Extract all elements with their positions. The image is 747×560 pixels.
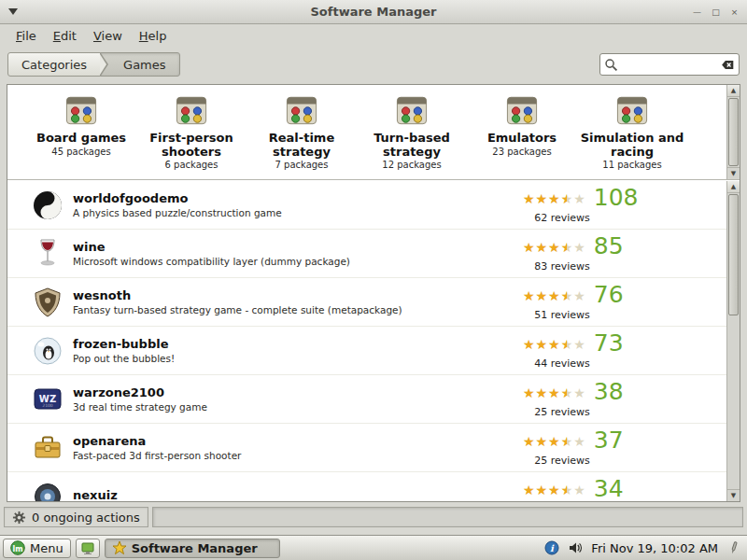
category-name: Turn-based strategy [357,132,467,159]
svg-text:lm: lm [12,545,22,553]
menu-item-edit[interactable]: Edit [45,26,85,46]
wine-glass-icon [32,238,63,270]
category-package-count: 23 packages [467,147,577,157]
star-rating-icon: ★★★★★ ★★★★★ [523,386,586,399]
taskbar-window-button[interactable]: Software Manager [105,539,280,558]
category-package-count: 7 packages [247,160,357,170]
category-list: Board games 45 packages First-person sho… [7,85,740,170]
scroll-up-icon[interactable]: ▲ [727,181,740,193]
star-rating-icon: ★★★★★ ★★★★★ [523,483,586,497]
category-package-count: 11 packages [577,160,687,170]
package-name: warzone2100 [73,385,207,399]
package-rating: ★★★★★ ★★★★★ 34 [523,477,624,501]
package-text: frozen-bubble Pop out the bubbles! [73,337,175,364]
package-text: wesnoth Fantasy turn-based strategy game… [73,288,402,315]
package-name: worldofgoodemo [73,191,282,205]
scrollbar-thumb[interactable] [728,194,739,315]
breadcrumb-categories[interactable]: Categories [7,52,101,77]
package-rating: ★★★★★ ★★★★★ 76 51 reviews [523,283,624,321]
package-score: 85 [594,234,624,258]
category-name: Real-time strategy [247,132,357,159]
maximize-button[interactable]: □ [708,5,724,19]
menu-button[interactable]: lm Menu [3,539,71,558]
taskbar: lm Menu Software Manager i Fri Nov 19, 1… [0,535,747,560]
info-tray-icon[interactable]: i [544,540,559,555]
category-tile-simulation-and-racing[interactable]: Simulation and racing 11 packages [577,90,687,170]
package-description: Pop out the bubbles! [73,353,175,364]
category-package-count: 6 packages [136,160,247,170]
package-rating: ★★★★★ ★★★★★ 108 62 reviews [523,186,638,224]
package-review-count: 44 reviews [523,357,601,370]
star-rating-icon: ★★★★★ ★★★★★ [523,241,586,254]
category-tile-emulators[interactable]: Emulators 23 packages [467,90,577,170]
star-rating-icon: ★★★★★ ★★★★★ [523,435,586,448]
package-rating: ★★★★★ ★★★★★ 37 25 reviews [523,428,624,467]
package-description: Fast-paced 3d first-person shooter [73,450,241,461]
package-name: wesnoth [73,288,402,302]
volume-icon[interactable] [568,540,583,555]
games-category-icon [391,90,432,131]
package-rating: ★★★★★ ★★★★★ 85 83 reviews [523,234,624,273]
package-name: wine [73,240,350,254]
scrollbar-thumb[interactable] [728,98,739,166]
category-scrollbar[interactable]: ▲ ▼ [726,85,740,179]
category-package-count: 45 packages [26,147,136,157]
search-icon [604,58,618,72]
show-desktop-button[interactable] [76,539,100,558]
scroll-down-icon[interactable]: ▼ [727,167,740,179]
main-panel: Board games 45 packages First-person sho… [7,84,740,502]
breadcrumb: CategoriesGames [7,52,180,77]
package-review-count: 51 reviews [523,309,601,321]
package-row-warzone2100[interactable]: WZ2100 warzone2100 3d real time strategy… [7,375,726,424]
package-row-nexuiz[interactable]: nexuiz ★★★★★ ★★★★★ 34 [7,472,726,501]
category-tile-first-person-shooters[interactable]: First-person shooters 6 packages [136,90,247,170]
software-manager-app-icon [112,540,127,555]
search-box[interactable] [599,53,740,76]
minimize-button[interactable]: — [689,5,705,19]
menu-item-file[interactable]: File [7,26,45,46]
games-category-icon [281,90,322,131]
package-rating: ★★★★★ ★★★★★ 73 44 reviews [523,331,624,370]
breadcrumb-games[interactable]: Games [100,52,179,77]
package-score: 108 [594,186,639,209]
ongoing-actions-label: 0 ongoing actions [32,511,140,525]
package-scrollbar[interactable]: ▲ ▼ [726,181,740,501]
package-review-count: 62 reviews [523,212,601,224]
window-menu-icon[interactable] [8,8,18,15]
package-review-count: 25 reviews [523,406,601,418]
shield-icon [32,287,63,318]
clear-search-icon[interactable] [721,58,735,72]
warzone-logo-icon: WZ2100 [32,384,63,415]
package-score: 37 [594,428,624,452]
statusbar: 0 ongoing actions [0,504,747,530]
stylus-tray-icon[interactable] [726,540,741,555]
search-input[interactable] [621,58,718,71]
titlebar[interactable]: Software Manager — □ × [0,0,747,24]
taskbar-window-label: Software Manager [132,541,258,555]
clock[interactable]: Fri Nov 19, 10:02 AM [591,541,718,555]
category-pane: Board games 45 packages First-person sho… [7,85,740,180]
package-name: frozen-bubble [73,337,175,351]
scroll-up-icon[interactable]: ▲ [727,85,740,97]
scroll-down-icon[interactable]: ▼ [727,489,740,501]
ongoing-actions-frame: 0 ongoing actions [4,507,148,527]
package-row-openarena[interactable]: openarena Fast-paced 3d first-person sho… [7,424,726,472]
menu-item-help[interactable]: Help [131,26,176,46]
close-button[interactable]: × [726,5,742,19]
category-tile-turn-based-strategy[interactable]: Turn-based strategy 12 packages [357,90,467,170]
category-package-count: 12 packages [357,160,467,170]
category-tile-board-games[interactable]: Board games 45 packages [26,90,136,170]
category-name: First-person shooters [136,132,247,159]
package-text: worldofgoodemo A physics based puzzle/co… [73,191,282,218]
package-row-wesnoth[interactable]: wesnoth Fantasy turn-based strategy game… [7,278,726,327]
menu-item-view[interactable]: View [85,26,131,46]
package-review-count: 83 reviews [523,260,601,273]
package-row-wine[interactable]: wine Microsoft windows compatibility lay… [7,230,726,278]
package-rating: ★★★★★ ★★★★★ 38 25 reviews [523,380,624,418]
package-row-frozen-bubble[interactable]: frozen-bubble Pop out the bubbles! ★★★★★… [7,327,726,375]
package-description: A physics based puzzle/construction game [73,207,282,218]
star-rating-icon: ★★★★★ ★★★★★ [523,289,586,302]
package-row-worldofgoodemo[interactable]: worldofgoodemo A physics based puzzle/co… [7,181,726,230]
package-description: 3d real time strategy game [73,401,207,413]
category-tile-real-time-strategy[interactable]: Real-time strategy 7 packages [247,90,357,170]
